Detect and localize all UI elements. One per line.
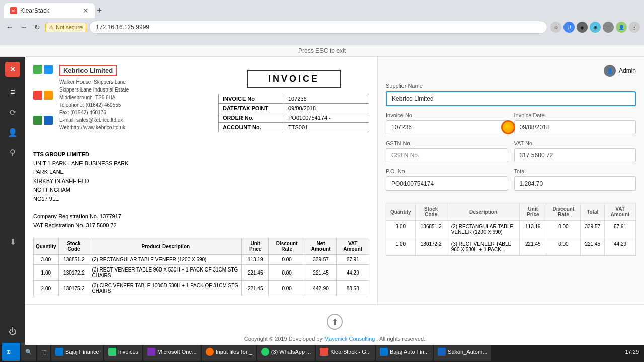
menu-button[interactable]: ⋮ [629, 22, 640, 33]
tab-close-button[interactable]: ✕ [83, 7, 89, 15]
cell-discount: 0.00 [269, 265, 305, 281]
ext-cell-discount: 0.00 [546, 238, 581, 256]
company-reg: Company Registration No. 1377917 [33, 212, 369, 221]
info-label: ORDER No. [219, 113, 284, 123]
supplier-name-input[interactable] [386, 91, 636, 106]
taskbar-klearstack[interactable]: KlearStack - G... [316, 343, 375, 361]
onenote-icon [147, 348, 155, 356]
scroll-up-section: ⬆ [28, 314, 641, 330]
whatsapp-icon [261, 348, 269, 356]
total-label: Total [514, 168, 636, 174]
cell-discount: 0.00 [269, 255, 305, 265]
ext-cell-stock: 130172.2 [415, 238, 447, 256]
spacer [135, 65, 212, 140]
sidebar-item-refresh[interactable]: ⟳ [5, 104, 21, 120]
invoice-no-input[interactable] [386, 120, 508, 134]
company-logo [33, 65, 53, 140]
taskbar-search[interactable]: 🔍 [21, 343, 36, 361]
gstn-input[interactable] [386, 148, 508, 162]
ext-cell-stock: 136851.2 [415, 221, 447, 238]
invoice-date-group: Invoice Date [514, 112, 636, 134]
tab-title: KlearStack [20, 7, 79, 14]
ext-col-total: Total [581, 203, 605, 221]
company-name: Kebrico Limited [59, 65, 117, 76]
ext-col-desc: Description [447, 203, 520, 221]
app-wrapper: Press ESC to exit ✕ ≡ ⟳ 👤 ⚲ ⬇ ⏻ [0, 45, 644, 342]
ext-cell-unit: 113.19 [520, 221, 546, 238]
sidebar-item-power[interactable]: ⏻ [5, 324, 21, 340]
col-discount: Discount Rate [269, 238, 305, 255]
cell-net: 442.90 [305, 281, 337, 296]
esc-message: Press ESC to exit [298, 47, 346, 54]
scroll-up-button[interactable]: ⬆ [327, 314, 343, 330]
taskbar-bajaj-finance[interactable]: Bajaj Finance [51, 343, 103, 361]
company-header: Kebrico Limited Walker House Skippers La… [33, 65, 369, 140]
browser-chrome: K KlearStack ✕ + ← → ↻ ⚠ Not secure ☆ U … [0, 0, 644, 45]
sidebar-item-download[interactable]: ⬇ [5, 234, 21, 250]
taskbar-onenote[interactable]: Microsoft One... [143, 343, 201, 361]
bill-to-company: TTS GROUP LIMITED [33, 150, 369, 159]
taskbar-bajaj-auto[interactable]: Bajaj Auto Fin... [376, 343, 433, 361]
taskbar-firefox[interactable]: Input files for _ [202, 343, 256, 361]
info-value: 09/08/2018 [284, 104, 369, 113]
ext3-button[interactable]: ⊕ [590, 22, 601, 33]
cell-desc: (3) RECT VENEER TABLE 960 X 530H + 1 PAC… [90, 265, 242, 281]
app-container: ✕ ≡ ⟳ 👤 ⚲ ⬇ ⏻ [0, 57, 644, 345]
info-label: INVOICE No [219, 94, 284, 104]
po-input[interactable] [386, 176, 508, 191]
forward-button[interactable]: → [18, 22, 29, 32]
taskbar-bajaj-finance-label: Bajaj Finance [65, 349, 99, 355]
active-tab[interactable]: K KlearStack ✕ [4, 3, 95, 18]
ext2-button[interactable]: ◈ [577, 22, 588, 33]
cell-unit-price: 113.19 [242, 255, 269, 265]
info-value: 107236 [284, 94, 369, 104]
cell-net: 221.45 [305, 265, 337, 281]
security-badge: ⚠ Not secure [45, 23, 86, 32]
total-input[interactable] [514, 176, 636, 191]
start-button[interactable]: ⊞ [2, 343, 20, 361]
address-input[interactable] [89, 21, 547, 34]
logo-sq-1 [33, 65, 42, 74]
taskbar-whatsapp[interactable]: (3) WhatsApp ... [257, 343, 315, 361]
address-bar-row: ← → ↻ ⚠ Not secure ☆ U ◈ ⊕ — 👤 ⋮ [0, 18, 644, 36]
taskbar-sakon[interactable]: Sakon_Autom... [434, 343, 491, 361]
back-button[interactable]: ← [4, 22, 15, 32]
sidebar-item-documents[interactable]: ≡ [5, 84, 21, 100]
table-row: DATE/TAX POINT 09/08/2018 [219, 104, 369, 113]
sidebar-item-search[interactable]: ⚲ [5, 144, 21, 160]
vat-input[interactable] [514, 148, 636, 162]
taskbar-klearstack-label: KlearStack - G... [330, 349, 371, 355]
taskbar-invoices[interactable]: Invoices [104, 343, 142, 361]
footer-link[interactable]: Mavenick Consulting [324, 336, 375, 342]
logo-squares [33, 65, 53, 140]
tab-bar: K KlearStack ✕ + [0, 0, 644, 18]
logo-sq-6 [44, 116, 53, 125]
ext-cell-qty: 1.00 [386, 238, 416, 256]
gstn-group: GSTN No. [386, 140, 508, 162]
info-value: TTS001 [284, 123, 369, 132]
sidebar-item-users[interactable]: 👤 [5, 124, 21, 140]
table-header-row: Quantity Stock Code Product Description … [34, 238, 369, 255]
ext1-button[interactable]: U [564, 22, 575, 33]
gstn-label: GSTN No. [386, 140, 508, 146]
table-row: 3.00 136851.2 (2) RECTANGULAR TABLE VENE… [386, 221, 636, 238]
cell-qty: 2.00 [34, 281, 59, 296]
invoice-title-section: INVOICE [218, 70, 369, 88]
company-address: Walker House Skippers Lane Skippers Lane… [59, 78, 129, 131]
taskbar-whatsapp-label: (3) WhatsApp ... [271, 349, 311, 355]
star-button[interactable]: ☆ [550, 22, 561, 33]
info-value: PO0100754174 - [284, 113, 369, 123]
reload-button[interactable]: ↻ [32, 22, 42, 32]
ext4-button[interactable]: — [603, 22, 614, 33]
po-total-row: P.O. No. Total [386, 168, 636, 197]
invoice-date-input[interactable] [514, 120, 636, 134]
ext-cell-discount: 0.00 [546, 221, 581, 238]
bill-to-address: UNIT 1 PARK LANE BUSINESS PARK PARK LANE… [33, 159, 369, 204]
document-panel: Kebrico Limited Walker House Skippers La… [25, 57, 377, 304]
taskbar-task-view[interactable]: ⬚ [37, 343, 50, 361]
new-tab-button[interactable]: + [97, 6, 102, 16]
profile-button[interactable]: 👤 [616, 22, 627, 33]
warning-icon: ⚠ [49, 24, 54, 31]
logo-sq-5 [33, 116, 42, 125]
admin-avatar: 👤 [604, 65, 616, 77]
